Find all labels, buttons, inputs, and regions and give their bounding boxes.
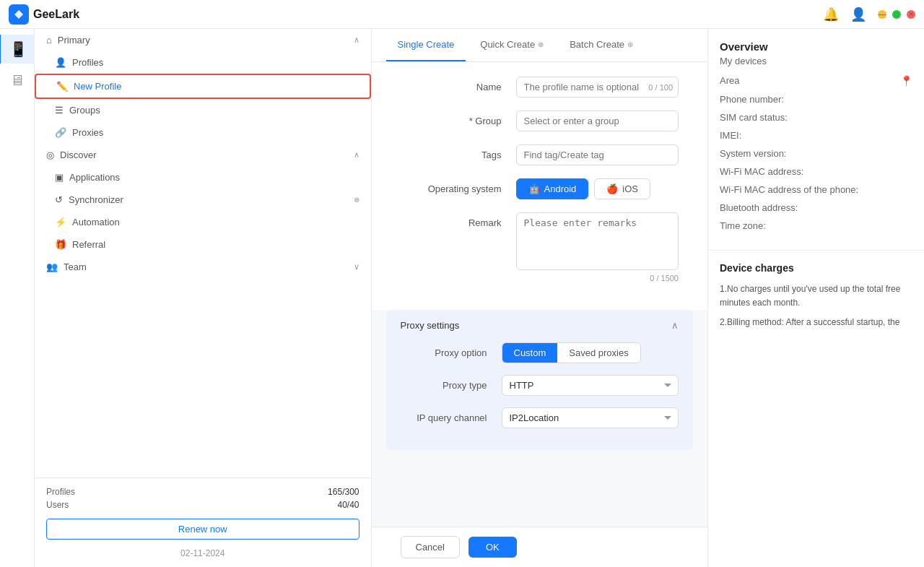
close-button[interactable]: ✕ — [907, 10, 915, 19]
users-usage-value: 40/40 — [337, 500, 359, 510]
tags-input[interactable] — [516, 144, 679, 165]
synchronizer-icon: ↺ — [55, 194, 63, 205]
name-form-row: Name 0 / 100 — [401, 77, 679, 98]
sidebar-item-applications[interactable]: ▣ Applications — [35, 166, 371, 189]
remark-textarea[interactable] — [516, 212, 679, 270]
profiles-label: Profiles — [72, 57, 359, 68]
titlebar: GeeLark 🔔 👤 — □ ✕ — [0, 0, 924, 29]
quick-create-label: Quick Create — [480, 39, 535, 50]
applications-label: Applications — [69, 172, 359, 183]
form-scroll-area: Name 0 / 100 * Group — [372, 62, 708, 527]
app-body: 📱 🖥 ⌂ Primary ∧ 👤 Profiles ✏️ New Profil… — [0, 29, 924, 567]
group-input[interactable] — [516, 111, 679, 131]
sidebar-primary-label: Primary — [58, 35, 90, 46]
bluetooth-address-field: Bluetooth address: — [720, 202, 912, 213]
group-label: * Group — [401, 111, 516, 126]
maximize-button[interactable]: □ — [892, 10, 901, 19]
desktop-device-icon[interactable]: 🖥 — [1, 66, 33, 95]
proxy-section-title: Proxy settings — [401, 320, 460, 331]
groups-icon: ☰ — [55, 105, 64, 116]
remark-form-row: Remark 0 / 1500 — [401, 212, 679, 282]
groups-label: Groups — [69, 105, 359, 116]
new-profile-label: New Profile — [74, 81, 358, 92]
sidebar-section-primary[interactable]: ⌂ Primary ∧ — [35, 29, 371, 51]
ip-query-select-container: IP2Location ipinfo.io ipapi.co — [502, 407, 679, 428]
charges-text-2: 2.Billing method: After a successful sta… — [720, 316, 912, 329]
ip-query-select[interactable]: IP2Location ipinfo.io ipapi.co — [502, 407, 679, 428]
proxy-option-buttons: Custom Saved proxies — [502, 342, 641, 363]
sidebar-footer: Profiles 165/300 Users 40/40 Renew now 0… — [35, 477, 371, 567]
timezone-label: Time zone: — [720, 220, 821, 231]
form-actions: Cancel OK — [372, 527, 708, 567]
sidebar-item-synchronizer[interactable]: ↺ Synchronizer ⊕ — [35, 189, 371, 211]
tab-quick-create[interactable]: Quick Create ⊕ — [468, 29, 555, 61]
proxy-type-select[interactable]: HTTP HTTPS SOCKS5 — [502, 375, 679, 396]
phone-number-field: Phone number: — [720, 94, 912, 105]
proxy-section-header[interactable]: Proxy settings — [401, 320, 679, 331]
sidebar-item-automation[interactable]: ⚡ Automation — [35, 211, 371, 233]
right-panel: Overview My devices Area 📍 Phone number:… — [707, 29, 924, 567]
saved-proxies-button[interactable]: Saved proxies — [557, 343, 640, 363]
imei-field: IMEI: — [720, 130, 912, 141]
primary-chevron-up: ∧ — [354, 35, 359, 45]
notification-icon[interactable]: 🔔 — [823, 7, 839, 22]
sidebar-item-referral[interactable]: 🎁 Referral — [35, 233, 371, 256]
name-field-container: 0 / 100 — [516, 77, 679, 98]
titlebar-right: 🔔 👤 — □ ✕ — [823, 7, 915, 22]
team-chevron-down: ∨ — [354, 262, 359, 272]
name-counter: 0 / 100 — [648, 83, 673, 92]
sidebar-item-proxies[interactable]: 🔗 Proxies — [35, 121, 371, 144]
android-button[interactable]: 🤖 Android — [516, 178, 589, 199]
sidebar-section-discover[interactable]: ◎ Discover ∧ — [35, 144, 371, 166]
timezone-field: Time zone: — [720, 220, 912, 231]
ok-button[interactable]: OK — [468, 537, 517, 558]
tab-batch-create[interactable]: Batch Create ⊕ — [558, 29, 645, 61]
ios-label: iOS — [622, 183, 638, 194]
footer-date: 02-11-2024 — [46, 548, 359, 558]
system-version-label: System version: — [720, 148, 821, 159]
proxies-label: Proxies — [72, 127, 359, 138]
sidebar-device-icons: 📱 🖥 — [0, 29, 35, 567]
os-options: 🤖 Android 🍎 iOS — [516, 178, 679, 199]
applications-icon: ▣ — [55, 172, 64, 183]
profiles-icon: 👤 — [55, 57, 66, 68]
phone-number-label: Phone number: — [720, 94, 821, 105]
bluetooth-address-label: Bluetooth address: — [720, 202, 821, 213]
sync-badge: ⊕ — [354, 196, 359, 204]
remark-counter: 0 / 1500 — [516, 274, 679, 282]
minimize-button[interactable]: — — [878, 10, 886, 19]
proxy-section-content: Proxy option Custom Saved proxies Proxy … — [401, 331, 679, 428]
tab-single-create[interactable]: Single Create — [386, 29, 466, 61]
ios-button[interactable]: 🍎 iOS — [594, 178, 650, 199]
android-icon: 🤖 — [528, 183, 540, 194]
home-icon: ⌂ — [46, 35, 52, 46]
device-charges-title: Device charges — [720, 262, 912, 274]
discover-chevron-up: ∧ — [354, 150, 359, 160]
cancel-button[interactable]: Cancel — [401, 536, 460, 558]
group-field-container — [516, 111, 679, 131]
sidebar-section-team[interactable]: 👥 Team ∨ — [35, 256, 371, 278]
users-usage-label: Users — [46, 500, 69, 510]
referral-icon: 🎁 — [55, 239, 66, 250]
location-icon[interactable]: 📍 — [900, 75, 912, 87]
tags-form-row: Tags — [401, 144, 679, 165]
mobile-device-icon[interactable]: 📱 — [0, 35, 36, 64]
user-avatar-icon[interactable]: 👤 — [850, 7, 866, 22]
sidebar-item-groups[interactable]: ☰ Groups — [35, 99, 371, 121]
proxy-option-label: Proxy option — [401, 347, 502, 358]
tags-label: Tags — [401, 144, 516, 160]
ip-query-row: IP query channel IP2Location ipinfo.io i… — [401, 407, 679, 428]
android-label: Android — [544, 183, 577, 194]
renew-now-button[interactable]: Renew now — [46, 519, 359, 540]
profiles-usage-value: 165/300 — [328, 487, 359, 497]
proxies-icon: 🔗 — [55, 127, 66, 138]
new-profile-icon: ✏️ — [56, 81, 68, 92]
window-controls: — □ ✕ — [878, 10, 915, 19]
sidebar-item-profiles[interactable]: 👤 Profiles — [35, 51, 371, 74]
charges-text-area: 1.No charges until you've used up the to… — [720, 282, 912, 330]
sidebar-item-new-profile[interactable]: ✏️ New Profile — [35, 74, 371, 99]
batch-create-badge: ⊕ — [627, 40, 633, 48]
custom-proxy-button[interactable]: Custom — [502, 343, 558, 363]
os-form-row: Operating system 🤖 Android 🍎 iOS — [401, 178, 679, 199]
titlebar-left: GeeLark — [9, 4, 79, 25]
